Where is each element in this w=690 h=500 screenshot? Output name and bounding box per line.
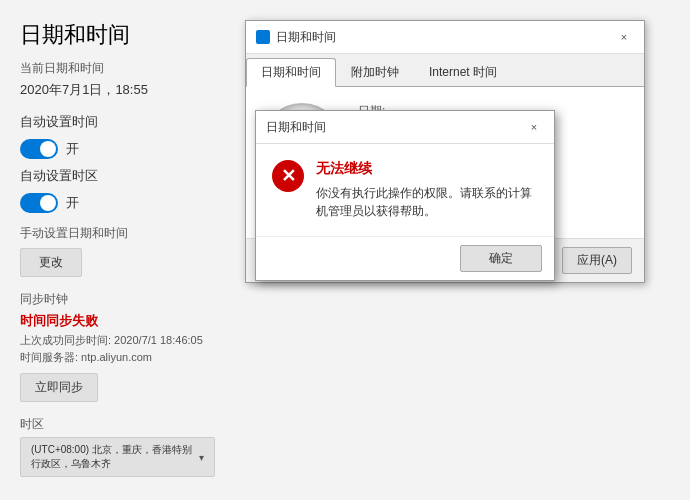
current-datetime-value: 2020年7月1日，18:55 xyxy=(20,81,215,99)
sync-server-text: 时间服务器: ntp.aliyun.com xyxy=(20,349,215,366)
sync-fail-text: 时间同步失败 xyxy=(20,312,215,330)
error-dialog-title: 日期和时间 xyxy=(266,119,326,136)
dialog-close-button[interactable]: × xyxy=(614,27,634,47)
dialog-titlebar: 日期和时间 × xyxy=(246,21,644,54)
auto-timezone-label: 自动设置时区 xyxy=(20,167,215,185)
dialog-title-text: 日期和时间 xyxy=(276,29,336,46)
change-button[interactable]: 更改 xyxy=(20,248,82,277)
dialog-tabs: 日期和时间 附加时钟 Internet 时间 xyxy=(246,54,644,87)
chevron-down-icon: ▾ xyxy=(199,452,204,463)
auto-timezone-toggle-text: 开 xyxy=(66,194,79,212)
manual-section: 手动设置日期和时间 更改 xyxy=(20,225,215,277)
error-content: 无法继续 你没有执行此操作的权限。请联系的计算机管理员以获得帮助。 xyxy=(316,160,538,220)
auto-timezone-toggle-row: 开 xyxy=(20,193,215,213)
error-icon: ✕ xyxy=(272,160,304,192)
apply-button[interactable]: 应用(A) xyxy=(562,247,632,274)
auto-time-toggle-row: 开 xyxy=(20,139,215,159)
dialog-title: 日期和时间 xyxy=(256,29,336,46)
error-dialog: 日期和时间 × ✕ 无法继续 你没有执行此操作的权限。请联系的计算机管理员以获得… xyxy=(255,110,555,281)
sync-now-button[interactable]: 立即同步 xyxy=(20,373,98,402)
manual-label: 手动设置日期和时间 xyxy=(20,225,215,242)
timezone-dropdown[interactable]: (UTC+08:00) 北京，重庆，香港特别行政区，乌鲁木齐 ▾ xyxy=(20,437,215,477)
sync-label: 同步时钟 xyxy=(20,291,215,308)
sync-section: 同步时钟 时间同步失败 上次成功同步时间: 2020/7/1 18:46:05 … xyxy=(20,291,215,402)
page-title: 日期和时间 xyxy=(20,20,215,50)
auto-timezone-toggle[interactable] xyxy=(20,193,58,213)
current-section-label: 当前日期和时间 xyxy=(20,60,215,77)
error-message-text: 你没有执行此操作的权限。请联系的计算机管理员以获得帮助。 xyxy=(316,184,538,220)
error-titlebar: 日期和时间 × xyxy=(256,111,554,144)
dialog-title-icon xyxy=(256,30,270,44)
timezone-value: (UTC+08:00) 北京，重庆，香港特别行政区，乌鲁木齐 xyxy=(31,443,199,471)
auto-time-label: 自动设置时间 xyxy=(20,113,215,131)
error-title-text: 无法继续 xyxy=(316,160,538,178)
timezone-section: 时区 (UTC+08:00) 北京，重庆，香港特别行政区，乌鲁木齐 ▾ xyxy=(20,416,215,477)
error-close-button[interactable]: × xyxy=(524,117,544,137)
timezone-label: 时区 xyxy=(20,416,215,433)
error-ok-button[interactable]: 确定 xyxy=(460,245,542,272)
error-footer: 确定 xyxy=(256,236,554,280)
right-panel: 日期和时间 × 日期和时间 附加时钟 Internet 时间 xyxy=(235,0,690,500)
auto-time-toggle[interactable] xyxy=(20,139,58,159)
sync-last-text: 上次成功同步时间: 2020/7/1 18:46:05 xyxy=(20,332,215,349)
left-settings-panel: 日期和时间 当前日期和时间 2020年7月1日，18:55 自动设置时间 开 自… xyxy=(0,0,235,500)
tab-additional-clocks[interactable]: 附加时钟 xyxy=(336,58,414,87)
auto-time-toggle-text: 开 xyxy=(66,140,79,158)
tab-date-time[interactable]: 日期和时间 xyxy=(246,58,336,87)
tab-internet-time[interactable]: Internet 时间 xyxy=(414,58,512,87)
error-body: ✕ 无法继续 你没有执行此操作的权限。请联系的计算机管理员以获得帮助。 xyxy=(256,144,554,236)
